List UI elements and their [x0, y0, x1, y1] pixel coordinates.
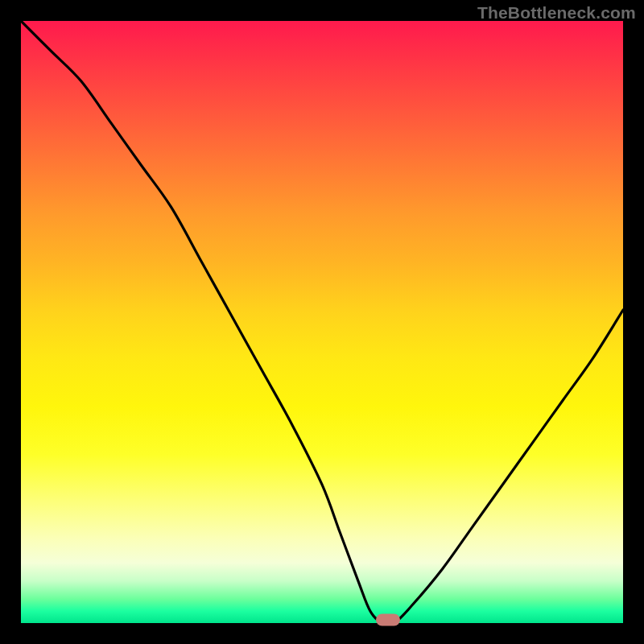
plot-area [21, 21, 623, 623]
bottleneck-curve [21, 21, 623, 623]
watermark-text: TheBottleneck.com [477, 3, 636, 23]
optimal-marker [376, 614, 400, 626]
chart-container: TheBottleneck.com [0, 0, 644, 644]
